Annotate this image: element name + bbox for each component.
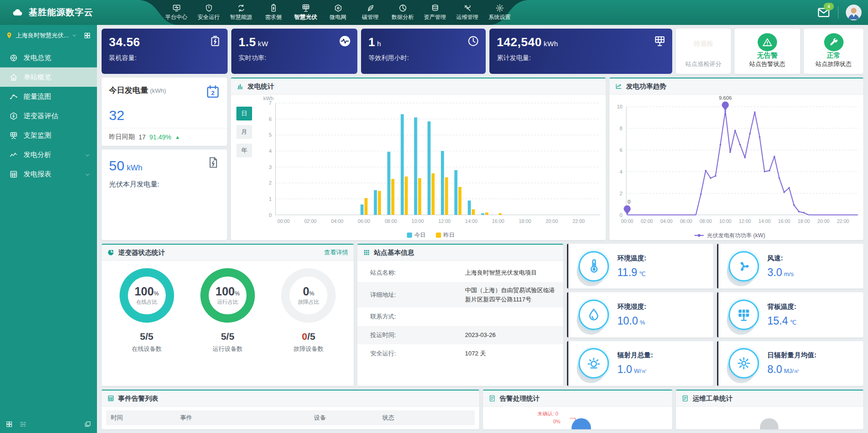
sidebar-item-power-report[interactable]: 发电报表 (0, 164, 97, 184)
status-label: 站点巡检评分 (685, 60, 721, 68)
avatar[interactable] (846, 5, 862, 20)
svg-text:4: 4 (620, 169, 622, 174)
kpi-label: 实时功率: (239, 54, 350, 62)
recycle-icon (237, 4, 246, 12)
menu-item-asset-mgmt[interactable]: 资产管理 (420, 0, 450, 25)
sidebar-item-power-analysis[interactable]: 发电分析 (0, 145, 97, 164)
top-navbar: 基胜能源数字云 平台中心安全运行智慧能源需求侧智慧光伏微电网碳管理数据分析资产管… (0, 0, 868, 25)
info-value: 中国（上海）自由贸易试验区临港新片区新四平公路1117号 (465, 282, 557, 307)
env-label: 环境温度: (617, 254, 646, 263)
kpi-label: 等效利用小时: (368, 54, 478, 62)
status-label: 站点告警状态 (749, 60, 785, 68)
svg-text:22:00: 22:00 (573, 218, 585, 224)
mail-button[interactable]: 4 (817, 6, 831, 19)
panel-title: 告警处理统计 (500, 394, 540, 403)
menu-item-demand-side[interactable]: 需求侧 (259, 0, 288, 25)
device-count-label: 故障设备数 (294, 345, 324, 353)
menu-item-micro-grid[interactable]: 微电网 (323, 0, 353, 25)
month-generation-card: 50kWh 光伏本月发电量: (102, 150, 227, 240)
env-value: 11.9℃ (617, 266, 646, 279)
station-name: 上海良时智慧光伏... (16, 31, 69, 40)
menu-item-label: 数据分析 (392, 13, 414, 21)
list-icon[interactable] (19, 421, 27, 428)
pie-chart-icon (107, 249, 115, 256)
svg-text:今日: 今日 (415, 232, 426, 238)
svg-text:光伏发电有功功率 (kW): 光伏发电有功功率 (kW) (707, 232, 765, 239)
svg-text:16:00: 16:00 (492, 218, 505, 224)
tab-日[interactable]: 日 (236, 107, 252, 120)
menu-item-label: 智慧能源 (230, 13, 252, 21)
sidebar-item-rack-monitor[interactable]: 支架监测 (0, 126, 97, 145)
tab-月[interactable]: 月 (236, 125, 252, 139)
home-icon (9, 73, 18, 82)
month-generation-value: 50kWh (109, 158, 220, 174)
svg-text:10:00: 10:00 (719, 218, 732, 224)
sun-icon (579, 348, 609, 379)
view-details-link[interactable]: 查看详情 (324, 248, 348, 257)
svg-text:0: 0 (627, 199, 630, 204)
menu-item-safe-operation[interactable]: 安全运行 (194, 0, 223, 25)
tab-年[interactable]: 年 (236, 144, 252, 157)
env-label: 日辐射量月均值: (767, 351, 816, 360)
env-value: 3.0m/s (767, 266, 794, 279)
menu-item-platform-center[interactable]: 平台中心 (162, 0, 191, 25)
sidebar-item-power-overview[interactable]: 发电总览 (0, 48, 97, 67)
sidebar-item-energy-flow[interactable]: 能量流图 (0, 87, 97, 106)
info-key: 安全运行: (370, 349, 465, 358)
grid-small-icon[interactable] (6, 421, 13, 428)
sidebar-footer (0, 415, 97, 433)
svg-text:02:00: 02:00 (641, 218, 653, 224)
panel-title: 运维工单统计 (693, 394, 733, 403)
kpi-label: 装机容量: (109, 54, 220, 62)
svg-text:12:00: 12:00 (438, 218, 451, 224)
sidebar-item-label: 逆变器评估 (24, 112, 58, 120)
menu-item-data-analysis[interactable]: 数据分析 (388, 0, 417, 25)
donut-chart: 0%故障占比 (281, 268, 336, 323)
svg-text:16:00: 16:00 (778, 218, 790, 224)
station-grid-button[interactable] (84, 32, 91, 39)
windows-icon[interactable] (84, 421, 91, 428)
table-icon (107, 395, 115, 402)
menu-item-carbon-mgmt[interactable]: 碳管理 (356, 0, 385, 25)
battery-charge-icon (209, 35, 221, 47)
sidebar-item-label: 单站概览 (24, 73, 51, 82)
rack-icon (9, 131, 18, 140)
info-key: 详细地址: (370, 291, 465, 299)
env-value: 10.0% (617, 315, 646, 327)
site-info-panel: 站点基本信息 站点名称:上海良时智慧光伏发电项目详细地址:中国（上海）自由贸易试… (357, 244, 563, 386)
menu-item-system-settings[interactable]: 系统设置 (485, 0, 514, 25)
info-value: 2023-03-26 (465, 327, 557, 343)
svg-text:2: 2 (211, 90, 214, 96)
calendar-icon: 2 (205, 84, 221, 100)
sidebar-item-station-overview[interactable]: 单站概览 (0, 67, 97, 87)
gear-icon (495, 4, 504, 12)
svg-text:8: 8 (620, 126, 622, 131)
monitor-icon (172, 4, 181, 12)
inverter-stat-2: 0%故障占比0/5故障设备数 (281, 268, 336, 353)
env-value: 8.0MJ/㎡ (767, 363, 816, 376)
sidebar-item-label: 发电报表 (24, 170, 51, 179)
analysis-icon (9, 150, 18, 159)
menu-item-label: 平台中心 (165, 13, 187, 21)
station-selector[interactable]: 上海良时智慧光伏... (6, 31, 92, 40)
panel-icon (729, 300, 759, 330)
svg-text:9.606: 9.606 (719, 95, 732, 101)
mail-icon (817, 13, 831, 21)
report-icon (9, 170, 18, 179)
inverter-stat-0: 100%在线占比5/5在线设备数 (120, 268, 174, 353)
menu-item-om-mgmt[interactable]: 运维管理 (452, 0, 482, 25)
menu-item-smart-pv[interactable]: 智慧光伏 (291, 0, 320, 25)
donut-percent: 0% (303, 286, 314, 297)
leaf-icon (366, 4, 375, 12)
meter-icon (269, 4, 278, 12)
app-logo: 基胜能源数字云 (12, 0, 93, 25)
env-label: 环境湿度: (617, 302, 646, 311)
menu-item-smart-energy[interactable]: 智慧能源 (226, 0, 256, 25)
menu-item-label: 智慧光伏 (294, 13, 317, 21)
svg-text:22:00: 22:00 (837, 218, 850, 224)
sidebar-item-inverter-eval[interactable]: 逆变器评估 (0, 106, 97, 126)
alarm-handling-panel: 告警处理统计 未确认: 0 0% (483, 390, 672, 429)
site-info-row: 安全运行:1072 天 (357, 344, 563, 363)
svg-text:5: 5 (269, 132, 271, 138)
menu-item-label: 碳管理 (362, 13, 379, 21)
